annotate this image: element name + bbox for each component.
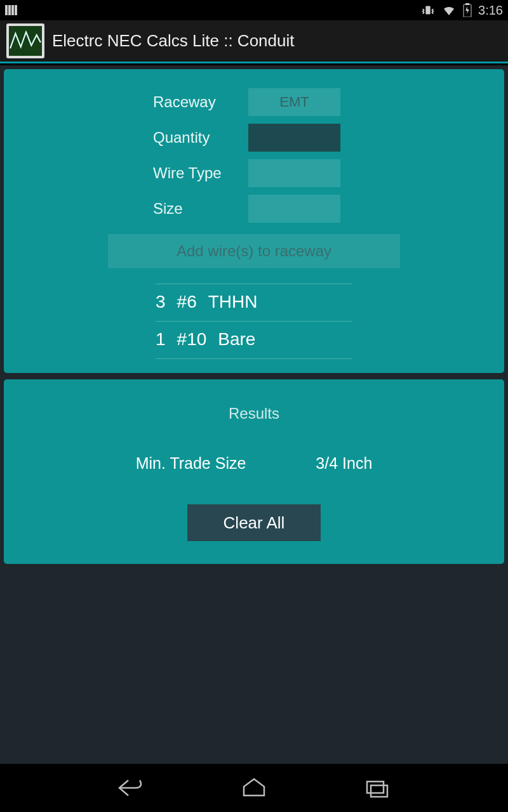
back-button[interactable]: [117, 776, 145, 799]
app-bar: Electrc NEC Calcs Lite :: Conduit: [0, 20, 508, 63]
wire-list-item[interactable]: 1 #10 Bare: [156, 322, 352, 359]
wire-type: THHN: [208, 292, 258, 312]
notification-icon: [5, 5, 17, 15]
vibrate-icon: [421, 3, 435, 17]
recent-apps-button[interactable]: [363, 776, 391, 799]
results-title: Results: [17, 405, 491, 422]
status-time: 3:16: [478, 3, 503, 18]
svg-rect-2: [465, 3, 469, 5]
size-select[interactable]: [248, 195, 340, 223]
wiretype-select[interactable]: [248, 159, 340, 187]
quantity-input[interactable]: [248, 124, 340, 152]
wire-size: #10: [177, 329, 207, 350]
svg-rect-3: [367, 782, 384, 793]
results-panel: Results Min. Trade Size 3/4 Inch Clear A…: [4, 379, 504, 564]
wire-list-item[interactable]: 3 #6 THHN: [156, 284, 352, 322]
svg-rect-4: [371, 785, 387, 797]
svg-rect-0: [425, 6, 430, 15]
wifi-icon: [441, 4, 457, 16]
wire-size: #6: [177, 292, 197, 312]
wire-list: 3 #6 THHN 1 #10 Bare: [156, 284, 352, 359]
raceway-select[interactable]: EMT: [248, 88, 340, 116]
result-value: 3/4 Inch: [316, 454, 372, 473]
wire-qty: 1: [156, 329, 166, 350]
clear-all-button[interactable]: Clear All: [187, 504, 321, 541]
status-bar: 3:16: [0, 0, 508, 20]
wiretype-label: Wire Type: [153, 164, 248, 182]
raceway-label: Raceway: [153, 93, 248, 111]
size-label: Size: [153, 200, 248, 218]
app-title: Electrc NEC Calcs Lite :: Conduit: [52, 31, 294, 51]
battery-charging-icon: [463, 3, 472, 17]
quantity-label: Quantity: [153, 129, 248, 147]
navigation-bar: [0, 764, 508, 812]
input-panel: Raceway EMT Quantity Wire Type Size Add …: [4, 69, 504, 373]
wire-qty: 3: [156, 292, 166, 312]
home-button[interactable]: [240, 776, 268, 799]
app-icon: [6, 23, 44, 58]
wire-type: Bare: [218, 329, 255, 350]
add-wire-button[interactable]: Add wire(s) to raceway: [108, 234, 400, 268]
result-label: Min. Trade Size: [136, 454, 246, 473]
